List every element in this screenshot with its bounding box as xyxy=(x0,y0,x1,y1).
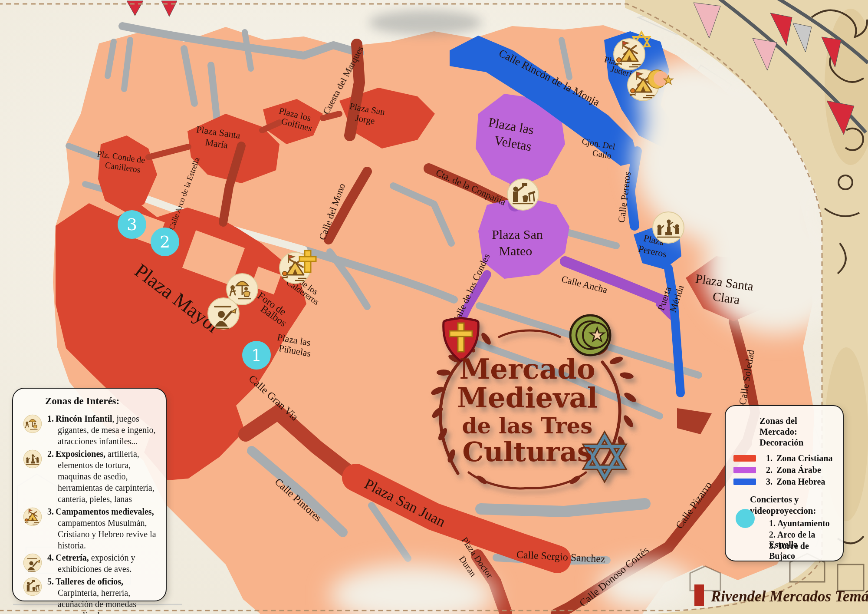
crescent-badge-icon xyxy=(570,315,610,355)
item-num: 4. xyxy=(47,553,54,562)
legend-row-cristiana: 1. Zona Cristiana xyxy=(733,452,837,464)
concert-row: 2. Arco de la Estrella xyxy=(769,530,837,541)
falconry-icon xyxy=(23,552,43,574)
street-label-san-mateo-2: Mateo xyxy=(499,244,533,258)
item-bold: Cetrería, xyxy=(56,553,89,562)
list-item-text: 4. Cetrería, exposición y exhibiciones d… xyxy=(47,552,158,574)
swatch-cristiana xyxy=(733,455,756,462)
statue-icon-map xyxy=(653,212,684,243)
marker-1: 1 xyxy=(242,341,271,370)
marker-3-number: 3 xyxy=(127,215,137,234)
workshop-icon-map xyxy=(507,179,539,210)
item-rest: campamentos Musulmán, Cristiano y Hebreo… xyxy=(58,518,156,550)
list-item: 5. Talleres de oficios, Carpintería, her… xyxy=(23,576,158,614)
brand-footer: Rivendel Mercados Temáticos xyxy=(694,584,868,606)
title-line-1: Mercado xyxy=(459,353,595,385)
marker-1-number: 1 xyxy=(251,346,262,365)
list-item-text: 2. Exposiciones, artillería, elementos d… xyxy=(47,448,158,505)
item-num: 3. xyxy=(47,507,54,516)
title-text: Mercado Medieval de las Tres Culturas xyxy=(457,353,598,468)
legend-row-arabe: 2. Zona Árabe xyxy=(733,464,837,476)
marker-2-number: 2 xyxy=(160,232,170,251)
marker-2: 2 xyxy=(151,228,179,256)
zone-label: Zona Árabe xyxy=(776,465,821,475)
zones-legend-title: Zonas del Mercado: xyxy=(760,416,837,437)
gray-cloud xyxy=(369,10,482,35)
list-item: 1. Rincón Infantil, juegos gigantes, de … xyxy=(23,413,158,447)
concert-marker-legend-icon xyxy=(735,508,755,528)
zone-label: Zona Hebrea xyxy=(776,477,825,487)
item-rest: Carpintería, herrería, acuñación de mone… xyxy=(58,588,136,614)
concert-row: 3. Torre de Bujaco xyxy=(769,541,837,552)
title-line-3: de las Tres xyxy=(462,413,592,439)
marker-3: 3 xyxy=(118,210,146,239)
zone-num: 2. xyxy=(766,465,773,475)
zonas-interes-title: Zonas de Interés: xyxy=(45,396,158,407)
brand-name: Rivendel Mercados Temáticos xyxy=(711,588,868,606)
title-line-4: Culturas xyxy=(462,436,592,468)
concert-row: 1. Ayuntamiento xyxy=(769,518,837,530)
brand-bar-icon xyxy=(694,584,704,606)
list-item-text: 3. Campamentos medievales, campamentos M… xyxy=(47,506,158,551)
workshop-icon xyxy=(23,576,43,614)
street-label-san-mateo: Plaza San xyxy=(492,227,542,241)
item-num: 2. xyxy=(47,449,54,459)
falconry-icon-map xyxy=(208,298,239,329)
concerts-title-line2: videoproyeccion: xyxy=(750,505,816,516)
title-line-2: Medieval xyxy=(457,381,598,414)
zone-num: 3. xyxy=(766,477,773,487)
legend-row-hebrea: 3. Zona Hebrea xyxy=(733,476,837,488)
zones-legend-subtitle: Decoración xyxy=(760,437,837,448)
zonas-de-interes-panel: Zonas de Interés: 1. Rincón Infantil, ju… xyxy=(12,388,167,601)
item-bold: Exposiciones, xyxy=(56,449,105,459)
list-item: 3. Campamentos medievales, campamentos M… xyxy=(23,506,158,551)
zonas-del-mercado-panel: Zonas del Mercado: Decoración 1. Zona Cr… xyxy=(725,405,844,561)
swatch-heb rea xyxy=(733,479,756,485)
carousel-icon xyxy=(23,413,43,447)
concerts-title: Conciertos y videoproyeccion: xyxy=(750,494,837,517)
camp-icon xyxy=(23,506,43,551)
item-num: 5. xyxy=(47,577,54,586)
item-bold: Talleres de oficios, xyxy=(56,577,123,586)
item-bold: Campamentos medievales, xyxy=(56,507,154,516)
item-bold: Rincón Infantil xyxy=(56,414,112,423)
zone-num: 1. xyxy=(766,453,773,463)
item-num: 1. xyxy=(47,414,54,423)
list-item-text: 1. Rincón Infantil, juegos gigantes, de … xyxy=(47,413,158,447)
list-item-text: 5. Talleres de oficios, Carpintería, her… xyxy=(47,576,158,614)
list-item: 4. Cetrería, exposición y exhibiciones d… xyxy=(23,552,158,574)
concerts-title-line1: Conciertos y xyxy=(750,494,799,505)
statue-icon xyxy=(23,448,43,505)
swatch-arabe xyxy=(733,467,756,473)
medieval-market-map-poster: Plaza Mayor Plz. Conde de Canilleros Pla… xyxy=(0,0,868,614)
list-item: 2. Exposiciones, artillería, elementos d… xyxy=(23,448,158,505)
zone-label: Zona Cristiana xyxy=(776,453,832,463)
camp-icon-hebreo xyxy=(614,39,645,70)
